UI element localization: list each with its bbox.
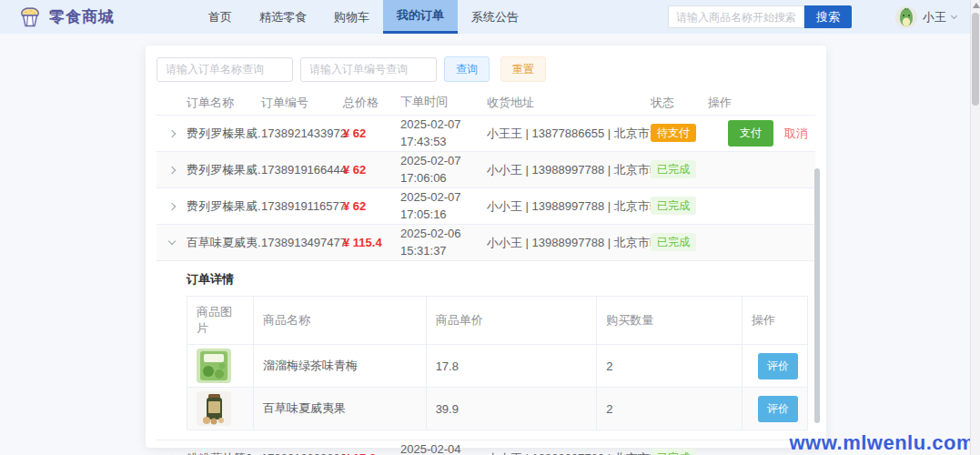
product-image-macadamia-jar: [197, 391, 231, 426]
order-number: 1738919116577: [261, 199, 343, 213]
avatar: [895, 6, 917, 28]
detail-row: 百草味夏威夷果 39.9 2 评价: [187, 388, 808, 430]
order-detail-panel: 订单详情 商品图片 商品名称 商品单价 购买数量 操作: [157, 261, 815, 440]
cancel-link[interactable]: 取消: [784, 126, 808, 142]
nav-item-featured-snacks[interactable]: 精选零食: [246, 0, 320, 34]
top-navbar: 零食商城 首页 精选零食 购物车 我的订单 系统公告 搜索: [0, 0, 980, 34]
order-time: 2025-02-04 15:27:19: [400, 441, 487, 455]
order-price: ¥ 17.2: [343, 451, 400, 455]
order-name: 粉粉薯片等2...: [187, 450, 261, 455]
order-time: 2025-02-06 15:31:37: [400, 226, 487, 260]
order-price: ¥ 62: [343, 199, 400, 213]
detail-col-qty: 购买数量: [597, 297, 743, 345]
status-badge-pending: 待支付: [651, 124, 696, 142]
expand-arrow-icon[interactable]: [167, 202, 175, 209]
table-scrollbar[interactable]: [814, 168, 820, 423]
col-status: 状态: [651, 95, 708, 111]
order-address: 小王王 | 13877886655 | 北京市大兴区枫...: [487, 126, 651, 142]
brand[interactable]: 零食商城: [18, 0, 115, 34]
detail-col-price: 商品单价: [426, 297, 597, 345]
order-price: ¥ 62: [343, 163, 400, 177]
status-badge-done: 已完成: [651, 233, 696, 251]
order-number: 1738921433972: [261, 126, 343, 140]
watermark: www.mlwenlu.com: [790, 431, 975, 455]
scrollbar-up-arrow-icon[interactable]: [973, 3, 980, 8]
order-number-filter-input[interactable]: [300, 57, 437, 82]
search-button[interactable]: 搜索: [804, 5, 852, 28]
col-order-number: 订单编号: [261, 95, 343, 111]
order-row-expanded: 百草味夏威夷... 1738913497477 ¥ 115.4 2025-02-…: [157, 225, 815, 261]
status-badge-done: 已完成: [651, 449, 696, 455]
col-operations: 操作: [708, 95, 815, 111]
pay-button[interactable]: 支付: [728, 120, 773, 147]
nav-item-my-orders[interactable]: 我的订单: [383, 0, 458, 34]
product-name: 百草味夏威夷果: [253, 388, 426, 430]
detail-col-name: 商品名称: [253, 297, 426, 345]
review-button[interactable]: 评价: [758, 353, 798, 379]
order-name: 费列罗榛果威...: [187, 126, 261, 142]
order-address: 小小王 | 13988997788 | 北京市朝阳区东...: [487, 162, 651, 178]
user-caret-icon: [951, 12, 957, 18]
order-detail-title: 订单详情: [187, 271, 815, 288]
order-price: ¥ 115.4: [343, 236, 400, 249]
order-page: 零食商城 首页 精选零食 购物车 我的订单 系统公告 搜索: [0, 0, 980, 455]
col-order-time: 下单时间: [400, 94, 487, 111]
orders-table-header: 订单名称 订单编号 总价格 下单时间 收货地址 状态 操作: [157, 90, 815, 116]
product-name: 溜溜梅绿茶味青梅: [253, 345, 426, 388]
nav-item-announcements[interactable]: 系统公告: [458, 0, 532, 34]
navbar-right: 搜索 小王: [668, 0, 980, 34]
order-row: 费列罗榛果威... 1738921433972 ¥ 62 2025-02-07 …: [157, 116, 815, 152]
order-number: 1738913239880: [261, 451, 343, 455]
product-qty: 2: [597, 388, 743, 430]
col-address: 收货地址: [487, 95, 651, 111]
order-time: 2025-02-07 17:06:06: [400, 153, 487, 187]
product-qty: 2: [597, 345, 743, 388]
order-time: 2025-02-07 17:43:53: [400, 116, 487, 151]
product-search-input[interactable]: [668, 5, 804, 28]
orders-table: 订单名称 订单编号 总价格 下单时间 收货地址 状态 操作 费列罗榛果威... …: [157, 90, 815, 455]
filter-bar: 查询 重置: [157, 56, 815, 82]
order-name: 费列罗榛果威...: [187, 162, 261, 178]
user-name: 小王: [923, 9, 946, 25]
query-button[interactable]: 查询: [444, 56, 490, 82]
product-price: 17.8: [426, 345, 597, 388]
nav-item-home[interactable]: 首页: [195, 0, 246, 34]
nav-item-cart[interactable]: 购物车: [320, 0, 383, 34]
reset-button[interactable]: 重置: [500, 56, 546, 82]
expand-arrow-icon[interactable]: [167, 129, 175, 136]
status-badge-done: 已完成: [651, 197, 696, 215]
orders-card: 查询 重置 订单名称 订单编号 总价格 下单时间 收货地址 状态 操作 费列罗榛…: [146, 46, 826, 448]
order-row: 费列罗榛果威... 1738919166444 ¥ 62 2025-02-07 …: [157, 152, 815, 188]
review-button[interactable]: 评价: [758, 396, 798, 422]
col-total-price: 总价格: [343, 95, 400, 111]
window-scrollbar[interactable]: [970, 0, 980, 455]
order-name: 百草味夏威夷...: [187, 235, 261, 251]
order-price: ¥ 62: [343, 126, 400, 140]
collapse-arrow-icon[interactable]: [167, 238, 175, 245]
order-row: 粉粉薯片等2... 1738913239880 ¥ 17.2 2025-02-0…: [157, 440, 815, 455]
product-price: 39.9: [426, 388, 597, 430]
order-name: 费列罗榛果威...: [187, 198, 261, 215]
order-address: 小小王 | 13988997788 | 北京市朝阳区东...: [487, 235, 651, 251]
detail-col-ops: 操作: [743, 297, 808, 345]
brand-title: 零食商城: [49, 6, 115, 27]
nav-menu: 首页 精选零食 购物车 我的订单 系统公告: [195, 0, 532, 34]
order-number: 1738919166444: [261, 163, 343, 177]
order-address: 小小王 | 13988997788 | 北京市朝阳区东...: [487, 198, 651, 215]
status-badge-done: 已完成: [651, 160, 696, 178]
product-image-green-plum-pack: [197, 349, 231, 383]
scrollbar-thumb[interactable]: [972, 13, 979, 106]
order-name-filter-input[interactable]: [157, 57, 293, 82]
order-row: 费列罗榛果威... 1738919116577 ¥ 62 2025-02-07 …: [157, 188, 815, 225]
order-number: 1738913497477: [261, 236, 343, 249]
user-menu[interactable]: 小王: [895, 6, 956, 28]
expand-arrow-icon[interactable]: [167, 166, 175, 173]
order-address: 小小王 | 13988997788 | 北京市朝阳区东...: [487, 450, 651, 455]
detail-row: 溜溜梅绿茶味青梅 17.8 2 评价: [187, 345, 808, 388]
col-order-name: 订单名称: [187, 95, 261, 111]
muffin-logo-icon: [18, 5, 42, 29]
order-time: 2025-02-07 17:05:16: [400, 189, 487, 224]
order-detail-table: 商品图片 商品名称 商品单价 购买数量 操作: [187, 296, 808, 430]
detail-col-image: 商品图片: [187, 297, 254, 345]
